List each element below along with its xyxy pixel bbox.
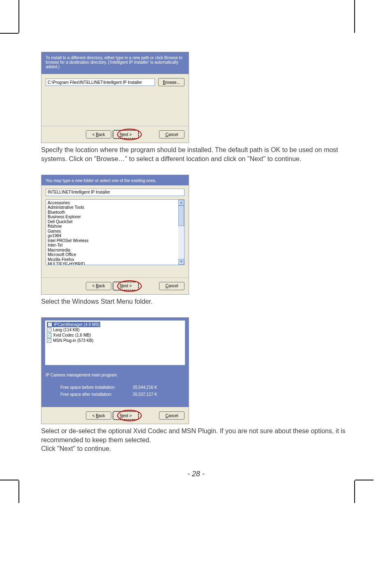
- caption-3b: Click "Next" to continue.: [41, 444, 351, 453]
- list-item[interactable]: ffdshow: [48, 224, 177, 229]
- checkbox: ✓: [48, 322, 52, 327]
- component-item[interactable]: ✓Lang (114 KB): [47, 327, 183, 332]
- space-after-label: Free space after installation:: [48, 392, 133, 397]
- install-path-input[interactable]: [46, 78, 155, 86]
- cancel-button[interactable]: Cancel: [159, 282, 184, 290]
- caption-3a: Select or de-select the optional Xvid Co…: [41, 427, 351, 444]
- cancel-button[interactable]: Cancel: [159, 130, 184, 139]
- scrollbar[interactable]: ▲ ▼: [178, 200, 184, 265]
- list-item[interactable]: Administrative Tools: [48, 205, 177, 210]
- dialog-instruction: To install to a different directory, eit…: [42, 52, 189, 74]
- space-before-label: Free space before installation:: [48, 385, 133, 390]
- component-list: ✓IPCamManager (4.9 MB)✓Lang (114 KB)✓Xvi…: [45, 320, 185, 365]
- component-label: Lang (114 KB): [53, 327, 80, 332]
- folder-list[interactable]: AccessoriesAdministrative ToolsBluetooth…: [46, 199, 184, 265]
- next-button[interactable]: Next >: [113, 130, 138, 139]
- list-item[interactable]: go1984: [48, 233, 177, 238]
- back-button[interactable]: < Back: [86, 130, 111, 139]
- checkbox[interactable]: ✓: [47, 338, 51, 343]
- component-item[interactable]: ✓MSN Plug-in (573 KB): [47, 338, 183, 343]
- cancel-button[interactable]: Cancel: [159, 411, 184, 420]
- list-item[interactable]: Intel PROSet Wireless: [48, 238, 177, 243]
- installer-folder-dialog: You may type a new folder or select one …: [41, 175, 189, 295]
- list-item[interactable]: Macromedia: [48, 248, 177, 253]
- page-number: - 28 -: [41, 470, 351, 478]
- component-label: IPCamManager (4.9 MB): [54, 322, 99, 327]
- list-item[interactable]: Games: [48, 229, 177, 234]
- folder-name-input[interactable]: [46, 189, 184, 196]
- checkbox[interactable]: ✓: [47, 333, 51, 337]
- component-label: Xvid Codec (1.6 MB): [53, 332, 91, 338]
- list-item[interactable]: Accessories: [48, 201, 177, 205]
- scroll-thumb[interactable]: [178, 205, 184, 226]
- list-item[interactable]: Inter-Tel: [48, 243, 177, 248]
- list-item[interactable]: Microsoft Office: [48, 252, 177, 257]
- dialog-instruction: You may type a new folder or select one …: [42, 175, 189, 185]
- browse-button[interactable]: Browse...: [158, 78, 184, 86]
- next-button[interactable]: Next >: [113, 282, 138, 290]
- space-before-value: 20,544,216 K: [133, 385, 182, 390]
- installer-components-dialog: ✓IPCamManager (4.9 MB)✓Lang (114 KB)✓Xvi…: [41, 317, 189, 424]
- list-item[interactable]: Bluetooth: [48, 210, 177, 215]
- list-item[interactable]: Mozilla Firefox: [48, 257, 177, 262]
- list-item[interactable]: Dell QuickSet: [48, 219, 177, 224]
- caption-2: Select the Windows Start Menu folder.: [41, 297, 351, 306]
- component-description: IP Camera management main program.: [45, 365, 185, 380]
- list-item[interactable]: MULTIEYE-HYBRID: [48, 262, 177, 265]
- component-item[interactable]: ✓Xvid Codec (1.6 MB): [47, 332, 183, 338]
- back-button[interactable]: < Back: [86, 282, 111, 290]
- checkbox: ✓: [47, 328, 51, 332]
- next-button[interactable]: Next >: [113, 411, 138, 420]
- scroll-up-button[interactable]: ▲: [178, 200, 184, 205]
- space-after-value: 20,537,127 K: [133, 392, 182, 397]
- list-item[interactable]: Business Explorer: [48, 215, 177, 219]
- component-label: MSN Plug-in (573 KB): [53, 338, 93, 343]
- empty-area: [46, 86, 184, 123]
- back-button[interactable]: < Back: [86, 411, 111, 420]
- component-item[interactable]: ✓IPCamManager (4.9 MB): [47, 322, 100, 327]
- caption-1: Specify the location where the program s…: [41, 145, 351, 163]
- installer-destination-dialog: To install to a different directory, eit…: [41, 52, 189, 143]
- scroll-down-button[interactable]: ▼: [178, 259, 184, 265]
